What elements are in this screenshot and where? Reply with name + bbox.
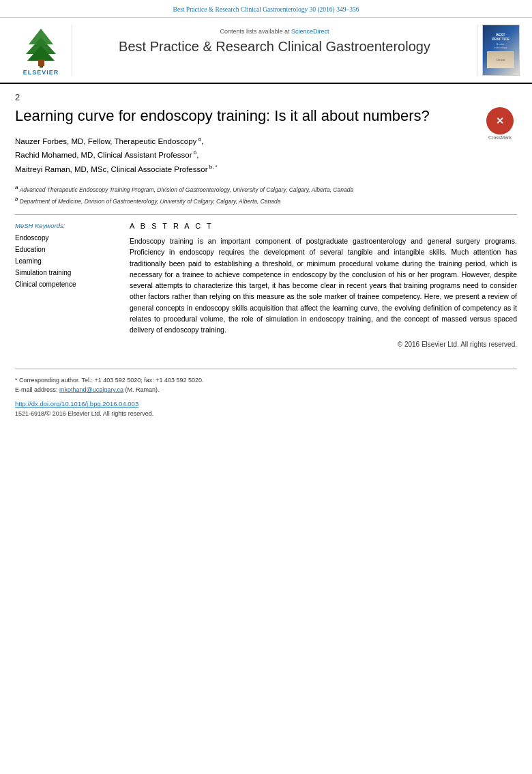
copyright-line: © 2016 Elsevier Ltd. All rights reserved… — [130, 341, 517, 348]
keyword-3: Learning — [15, 255, 117, 267]
crossmark-badge[interactable]: ✕ CrossMark — [483, 106, 517, 141]
keyword-1: Endoscopy — [15, 232, 117, 244]
journal-reference: Best Practice & Research Clinical Gastro… — [173, 6, 359, 13]
elsevier-logo: ELSEVIER — [10, 25, 72, 76]
crossmark-icon: ✕ — [486, 107, 514, 134]
journal-thumbnail: BESTPRACTICE Gastro-enterology Clinical — [477, 25, 518, 76]
elsevier-wordmark: ELSEVIER — [23, 69, 59, 76]
abstract-text: Endoscopy training is an important compo… — [130, 235, 517, 335]
section-divider — [15, 214, 517, 215]
email-link[interactable]: mkothand@ucalgary.ca — [59, 386, 123, 393]
top-journal-bar: Best Practice & Research Clinical Gastro… — [0, 0, 532, 18]
page-wrapper: Best Practice & Research Clinical Gastro… — [0, 0, 532, 774]
journal-cover-thumbnail: BESTPRACTICE Gastro-enterology Clinical — [482, 25, 520, 76]
contents-available-line: Contents lists available at ScienceDirec… — [79, 28, 470, 35]
footer-section: * Corresponding author. Tel.: +1 403 592… — [0, 376, 532, 427]
keyword-4: Simulation training — [15, 267, 117, 278]
crossmark-label: CrossMark — [486, 135, 514, 140]
sciencedirect-link[interactable]: ScienceDirect — [291, 28, 329, 35]
keywords-list: Endoscopy Education Learning Simulation … — [15, 232, 117, 290]
two-col-section: MeSH Keywords: Endoscopy Education Learn… — [15, 222, 517, 348]
affiliations-block: a Advanced Therapeutic Endoscopy Trainin… — [15, 184, 517, 206]
author-1: Nauzer Forbes, MD, Fellow, Therapeutic E… — [15, 134, 517, 149]
keywords-column: MeSH Keywords: Endoscopy Education Learn… — [15, 222, 117, 348]
doi-link[interactable]: http://dx.doi.org/10.1016/j.bpg.2016.04.… — [15, 400, 517, 407]
article-content: 2 Learning curve for endoscopy training:… — [0, 84, 532, 358]
header-section: ELSEVIER Contents lists available at Sci… — [0, 18, 532, 84]
affiliation-a: a Advanced Therapeutic Endoscopy Trainin… — [15, 184, 517, 195]
authors-block: Nauzer Forbes, MD, Fellow, Therapeutic E… — [15, 134, 517, 177]
footer-divider — [15, 369, 517, 369]
author-2: Rachid Mohamed, MD, Clinical Assistant P… — [15, 148, 517, 162]
keywords-heading: MeSH Keywords: — [15, 222, 117, 229]
issn-line: 1521-6918/© 2016 Elsevier Ltd. All right… — [15, 410, 517, 417]
abstract-column: A B S T R A C T Endoscopy training is an… — [130, 222, 517, 348]
corresponding-note: * Corresponding author. Tel.: +1 403 592… — [15, 376, 517, 395]
affiliation-b: b Department of Medicine, Division of Ga… — [15, 195, 517, 206]
journal-title-block: Contents lists available at ScienceDirec… — [72, 25, 477, 76]
svg-rect-4 — [38, 59, 44, 66]
abstract-heading: A B S T R A C T — [130, 222, 517, 230]
author-3: Maitreyi Raman, MD, MSc, Clinical Associ… — [15, 162, 517, 177]
title-row: Learning curve for endoscopy training: I… — [15, 106, 517, 126]
keyword-2: Education — [15, 244, 117, 255]
journal-main-title: Best Practice & Research Clinical Gastro… — [79, 38, 470, 55]
elsevier-tree-icon — [19, 25, 63, 68]
article-title: Learning curve for endoscopy training: I… — [15, 106, 517, 126]
article-number: 2 — [15, 92, 517, 102]
keyword-5: Clinical competence — [15, 278, 117, 290]
